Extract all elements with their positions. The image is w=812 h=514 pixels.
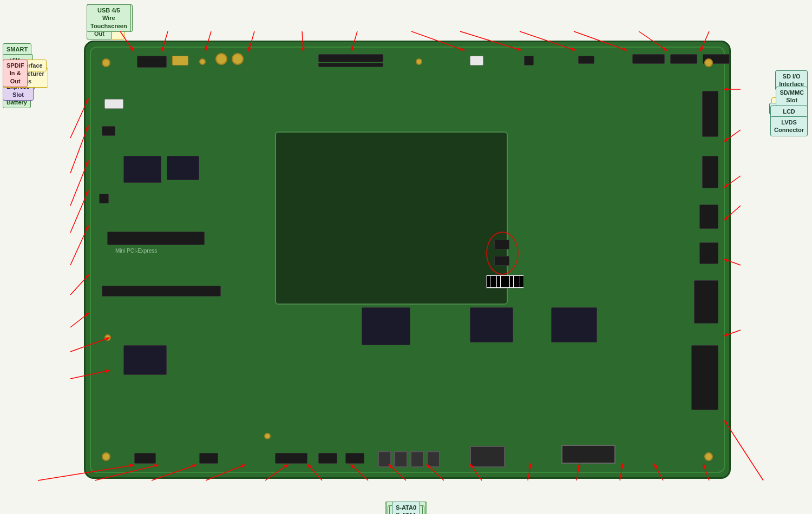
sd-io-conn [702,91,718,137]
mount-hole-5 [199,58,206,65]
ethernet-port [470,446,505,467]
io-expansion-connector-2 [318,63,383,67]
sata-circle [486,232,519,275]
ic-2 [167,156,199,180]
lvds-conn [691,345,718,410]
ic-3 [123,345,167,375]
lpc-connector [524,56,534,65]
usb-client-conn [275,453,307,464]
mount-hole-7 [264,433,271,439]
usb-port-1 [378,451,391,467]
svg-line-43 [725,422,763,480]
spi-connector [632,54,665,64]
lcd-power-conn [694,280,718,324]
ic-5 [470,307,513,342]
mount-hole-4 [704,452,713,461]
sdio-slot [699,205,718,229]
power-connector [137,56,167,68]
label-lvds: LVDS Connector [770,116,808,136]
ic-1 [123,156,161,183]
minipcie-label: Mini PCI-Express [115,248,157,254]
ic-6 [551,307,597,342]
io-expansion-connector [318,54,383,62]
dvi-vga-port [561,445,615,464]
camera-connector [172,56,188,65]
i2c-connector [670,54,697,64]
can-conn [199,453,218,464]
usb2-conn [318,453,337,464]
board-inner: CROSS PLATFORM [90,47,725,473]
smart-battery-conn [104,99,123,109]
circuit-board: CROSS PLATFORM [84,41,731,479]
usb-port-3 [410,451,424,467]
pcie-slot [102,286,221,296]
mount-hole-3 [102,452,110,461]
feature-conn [702,156,718,188]
sata-0 [494,240,509,249]
main-container: CROSS PLATFORM [0,0,812,514]
mount-hole-8 [104,334,111,341]
mount-hole-6 [416,58,422,65]
cpu-socket-cutout [275,131,508,305]
usb1-conn [345,453,364,464]
label-usb-45wire: USB 4/5 Wire Touchscreen [87,4,131,32]
usb-port-4 [427,451,440,467]
fan-conn [99,194,109,203]
usb-port-2 [394,451,408,467]
mount-hole-2 [704,58,713,67]
li-ion-conn [102,126,115,136]
power-out-connector [578,56,594,64]
label-sata01: S-ATA0 S-ATA1 [392,502,420,514]
main-ic [362,307,410,345]
coax-1 [215,53,227,65]
barcode [486,275,524,288]
cpld-connector [470,56,483,65]
sdmmc-slot [699,242,718,264]
mount-hole-1 [102,58,110,67]
label-sdmmc-slot: SD/MMC Slot [776,87,808,107]
minipcie-slot [107,232,205,245]
audio-jack-conn [134,453,156,464]
sata-1 [494,256,509,266]
label-spdif: SPDIF In & Out [3,60,28,87]
coax-2 [232,53,244,65]
